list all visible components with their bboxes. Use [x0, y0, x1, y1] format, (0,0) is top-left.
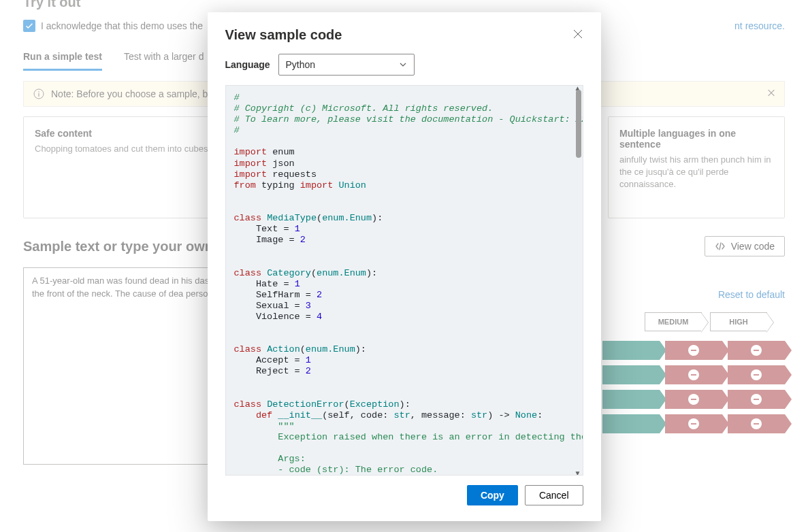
language-select[interactable]: Python	[278, 54, 415, 76]
modal-header: View sample code	[208, 12, 601, 51]
language-value: Python	[286, 59, 316, 70]
modal-overlay: View sample code Language Python ▲ ▼ # #…	[0, 0, 808, 532]
scroll-down-icon[interactable]: ▼	[575, 469, 581, 476]
close-button[interactable]	[572, 29, 583, 41]
code-block: ▲ ▼ # # Copyright (c) Microsoft. All rig…	[225, 85, 583, 476]
code-scroll[interactable]: # # Copyright (c) Microsoft. All rights …	[226, 86, 583, 475]
language-label: Language	[225, 59, 269, 70]
copy-button[interactable]: Copy	[467, 485, 518, 505]
chevron-down-icon	[399, 61, 407, 69]
code-content: # # Copyright (c) Microsoft. All rights …	[226, 86, 583, 475]
modal-title: View sample code	[225, 27, 342, 43]
language-row: Language Python	[208, 51, 601, 85]
view-sample-code-modal: View sample code Language Python ▲ ▼ # #…	[208, 12, 601, 521]
modal-footer: Copy Cancel	[208, 476, 601, 518]
cancel-button[interactable]: Cancel	[525, 485, 583, 505]
close-icon	[572, 29, 583, 39]
scrollbar-thumb[interactable]	[576, 90, 581, 158]
